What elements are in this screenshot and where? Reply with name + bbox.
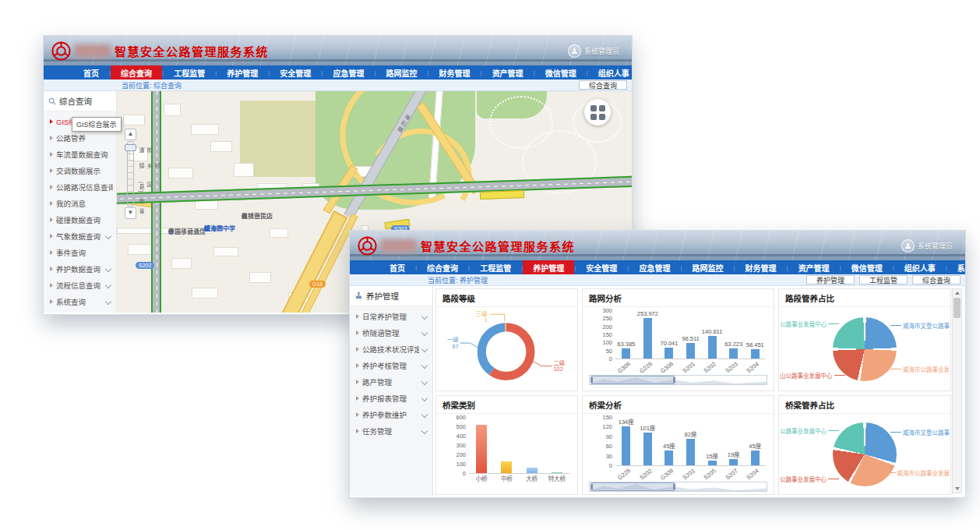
y-axis-tick: 0 — [587, 462, 612, 469]
chevron-down-icon — [421, 329, 428, 335]
pie-label-text: 山公路事业发展中心 — [780, 371, 833, 380]
pie-label-text: 公路事业发展中心 — [780, 475, 827, 483]
nav-item-2[interactable]: 综合查询 — [111, 65, 162, 80]
nav-item-8[interactable]: 财务管理 — [429, 65, 481, 80]
sidebar-item[interactable]: 系统查询 — [44, 293, 116, 309]
card-title: 桥梁管养占比 — [779, 396, 950, 414]
card-title: 路网分析 — [583, 289, 774, 307]
nav-item-7[interactable]: 路网监控 — [682, 260, 733, 274]
datazoom-slider[interactable] — [589, 375, 767, 385]
sidebar-item[interactable]: 养护参数维护 — [350, 406, 432, 422]
sidebar-item[interactable]: 养护考核管理 — [350, 357, 432, 373]
arrow-right-icon — [50, 299, 53, 304]
map-building — [171, 258, 192, 269]
scroll-up-arrow-icon[interactable] — [953, 289, 961, 297]
bar-slot: 63.385 — [615, 310, 637, 359]
nav-item-9[interactable]: 资产管理 — [788, 260, 840, 274]
nav-item-5[interactable]: 安全管理 — [576, 260, 627, 274]
bar-slot: 45座 — [658, 417, 680, 465]
scroll-down-arrow-icon[interactable] — [953, 485, 961, 493]
map-zoom-thumb[interactable] — [125, 144, 136, 151]
bar-value-label: 70.041 — [660, 340, 678, 347]
nav-item-11[interactable]: 组织人事 — [894, 260, 946, 274]
datazoom-selection[interactable] — [591, 376, 674, 384]
sidebar-item[interactable]: 车流量数据查询 — [44, 146, 116, 162]
map-layers-grid-button[interactable] — [584, 99, 611, 125]
sidebar-item[interactable]: 养护报表管理 — [350, 390, 432, 406]
nav-item-3[interactable]: 工程监管 — [470, 260, 521, 274]
sidebar-item-label: 碰撞数据查询 — [56, 214, 113, 225]
map-building — [191, 124, 219, 135]
nav-item-11[interactable]: 组织人事 — [588, 65, 633, 80]
corner-button-工程监管[interactable]: 工程监管 — [859, 275, 908, 284]
nav-item-2[interactable]: 综合查询 — [417, 260, 468, 274]
redacted-city-name — [75, 44, 111, 58]
user-name: 系统管理员 — [918, 241, 953, 251]
nav-item-4[interactable]: 养护管理 — [217, 65, 268, 80]
datazoom-slider[interactable] — [589, 482, 767, 492]
content-scrollbar[interactable] — [952, 288, 962, 493]
nav-item-6[interactable]: 应急管理 — [629, 260, 680, 274]
bar-value-label: 101座 — [640, 423, 655, 432]
sidebar-item[interactable]: 路产管理 — [350, 373, 432, 390]
nav-item-4[interactable]: 养护管理 — [523, 260, 574, 274]
sidebar-item[interactable]: 公路技术状况评定 — [350, 341, 432, 357]
bar — [501, 461, 512, 473]
sidebar-item[interactable]: 公路管养 — [44, 129, 116, 146]
nav-item-10[interactable]: 微信管理 — [841, 260, 893, 274]
x-axis-label: 中桥 — [494, 474, 519, 483]
sidebar-item[interactable]: 养护数据查询 — [44, 260, 116, 277]
svg-text:102: 102 — [553, 366, 562, 373]
map-zoom-in-button[interactable]: ▲ — [125, 129, 136, 140]
nav-item-8[interactable]: 财务管理 — [735, 260, 787, 274]
sidebar-item[interactable]: 事件查询 — [44, 244, 116, 260]
nav-item-6[interactable]: 应急管理 — [323, 65, 374, 80]
corner-button-综合查询[interactable]: 综合查询 — [579, 80, 627, 90]
y-axis-tick: 250 — [587, 315, 612, 322]
pie-label-line — [890, 432, 901, 433]
chevron-down-icon — [421, 427, 428, 433]
nav-item-12[interactable]: 系统维护 — [947, 260, 966, 274]
nav-item-7[interactable]: 路网监控 — [375, 65, 427, 80]
nav-item-9[interactable]: 资产管理 — [482, 65, 534, 80]
user-chip[interactable]: 系统管理员 — [901, 239, 953, 253]
map-building — [164, 104, 181, 116]
scrollbar-thumb[interactable] — [954, 298, 961, 318]
sidebar-item[interactable]: 流程信息查询 — [44, 277, 116, 293]
sidebar-item[interactable]: 交调数据展示 — [44, 162, 116, 178]
sidebar-item[interactable]: 我的消息 — [44, 195, 116, 211]
bar — [552, 472, 562, 473]
bar-value-label: 19座 — [728, 450, 740, 458]
desktop-stage: 智慧安全公路管理服务系统 系统管理员 首页|综合查询|工程监管|养护管理|安全管… — [0, 0, 980, 530]
chevron-down-icon — [421, 313, 428, 319]
bar — [622, 426, 630, 465]
corner-button-养护管理[interactable]: 养护管理 — [806, 275, 855, 284]
sidebar-item[interactable]: 公路路况信息查询 — [44, 178, 116, 195]
nav-item-10[interactable]: 微信管理 — [535, 65, 587, 80]
bar — [664, 450, 673, 465]
nav-item-1[interactable]: 首页 — [379, 260, 415, 274]
bar-slot — [494, 417, 519, 473]
datazoom-selection[interactable] — [591, 482, 674, 491]
sidebar-item[interactable]: 任务管理 — [350, 422, 432, 439]
nav-item-5[interactable]: 安全管理 — [270, 65, 321, 80]
sidebar-title: 综合查询 — [59, 95, 92, 107]
corner-button-综合查询[interactable]: 综合查询 — [912, 275, 961, 284]
sidebar-item-label: 桥隧涵管理 — [362, 327, 419, 338]
sidebar-item[interactable]: 气象数据查询 — [44, 228, 116, 244]
sidebar-item[interactable]: 桥隧涵管理 — [350, 324, 432, 341]
redacted-city-name — [381, 239, 417, 253]
bar-value-label: 58.451 — [746, 341, 764, 348]
grid-icon — [590, 105, 605, 120]
arrow-right-icon — [356, 412, 359, 417]
user-chip[interactable]: 系统管理员 — [568, 44, 619, 58]
nav-item-3[interactable]: 工程监管 — [164, 65, 215, 80]
bar-slot: 134座 — [615, 417, 637, 465]
sidebar-item[interactable]: 碰撞数据查询 — [44, 211, 116, 228]
arrow-right-icon — [50, 185, 53, 189]
map-building — [213, 247, 238, 256]
nav-item-1[interactable]: 首页 — [73, 65, 109, 80]
sidebar-item[interactable]: 日常养护管理 — [350, 308, 432, 324]
arrow-right-icon — [356, 330, 359, 335]
map-zoom-out-button[interactable]: ▼ — [125, 207, 136, 219]
